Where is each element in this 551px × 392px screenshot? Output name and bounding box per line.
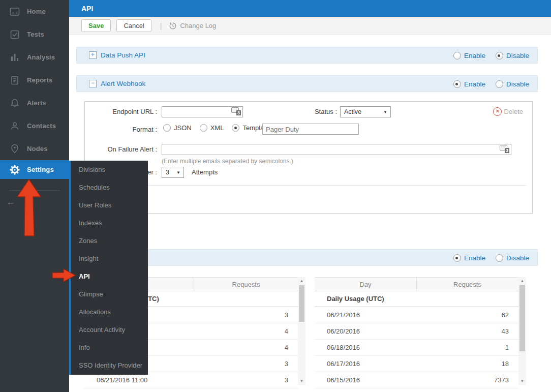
data-push-state-radios: Enable Disable [453,47,529,64]
template-name-input[interactable] [262,124,359,135]
sidebar-item-settings[interactable]: Settings [0,160,69,179]
requests-cell: 1 [408,344,518,351]
delete-icon: ✕ [493,107,502,116]
delete-label: Delete [504,108,523,115]
disable-label: Disable [506,52,529,59]
daily-table-scrollbar[interactable]: ▲ ▼ [518,277,526,385]
requests-cell: 4 [178,344,298,351]
contacts-icon [9,121,20,131]
reports-icon [9,75,20,85]
api-usage-disable-radio[interactable]: Disable [496,254,529,262]
data-push-enable-radio[interactable]: Enable [453,52,485,59]
requests-cell: 18 [408,360,518,368]
sidebar-item-reports[interactable]: Reports [0,69,69,92]
submenu-item-account-activity[interactable]: Account Activity [71,321,148,339]
alert-webhook-disable-radio[interactable]: Disable [496,80,529,88]
sidebar-divider [9,190,60,191]
failure-alert-hint: (Enter multiple emails separated by semi… [162,158,293,165]
section-title: Data Push API [101,51,145,59]
disable-label: Disable [506,80,529,88]
submenu-item-insight[interactable]: Insight [71,250,148,267]
column-requests[interactable]: Requests [417,278,518,291]
submenu-item-api[interactable]: API [71,267,148,285]
submenu-item-allocations[interactable]: Allocations [71,303,148,321]
tests-icon [9,29,20,40]
sidebar-item-label: Contacts [27,122,56,130]
radio-icon [232,124,239,132]
submenu-item-zones[interactable]: Zones [71,232,148,250]
change-log-button[interactable]: Change Log [169,22,216,30]
format-radio-xml[interactable]: XML [200,124,224,132]
retry-attempts-select[interactable]: 3 ▼ [162,167,184,178]
sidebar: HomeTestsAnalysisReportsAlertsContactsNo… [0,0,69,392]
sidebar-collapse-arrow[interactable]: ← [6,197,15,206]
table-body: 06/21/20166206/20/20164306/18/2016106/17… [315,307,526,388]
column-requests[interactable]: Requests [194,278,298,291]
table-row: 06/21/201662 [315,307,518,323]
status-select[interactable]: Active ▼ [340,106,391,117]
requests-cell: 3 [178,311,298,319]
table-header: Day Requests [315,277,526,291]
requests-cell: 4 [178,327,298,335]
sidebar-item-tests[interactable]: Tests [0,23,69,46]
scroll-thumb[interactable] [519,285,525,351]
collapse-icon[interactable]: − [89,80,97,87]
format-radio-group: JSONXMLTemplate [163,124,269,132]
scroll-thumb[interactable] [299,285,304,322]
settings-submenu: DivisionsSchedulesUser RolesIndexesZones… [69,161,148,375]
day-cell: 06/15/2016 [315,376,408,384]
scroll-up-icon[interactable]: ▲ [298,279,305,283]
alerts-icon [9,98,20,108]
sidebar-item-alerts[interactable]: Alerts [0,92,69,114]
table-row: 06/15/20167373 [315,372,518,388]
enable-label: Enable [464,80,485,88]
scroll-down-icon[interactable]: ▼ [298,379,305,383]
sidebar-item-nodes[interactable]: Nodes [0,137,69,160]
day-cell: 06/21/2016 11:00 [84,376,178,384]
endpoint-url-input[interactable] [162,106,243,117]
submenu-item-schedules[interactable]: Schedules [71,178,148,196]
sidebar-item-label: Settings [27,166,54,173]
format-radio-json[interactable]: JSON [163,124,192,132]
macro-variables-icon[interactable]: ··· 3 [500,145,509,153]
on-failure-alert-input[interactable] [162,144,511,155]
table-row: 06/18/20161 [315,340,518,356]
sidebar-item-analysis[interactable]: Analysis [0,46,69,69]
submenu-item-glimpse[interactable]: Glimpse [71,285,148,303]
page-titlebar: API [69,0,551,17]
column-day[interactable]: Day [315,278,417,291]
data-push-disable-radio[interactable]: Disable [496,52,529,59]
sidebar-item-contacts[interactable]: Contacts [0,114,69,137]
sidebar-item-label: Analysis [27,53,55,61]
section-data-push: + Data Push API Enable Disable [76,47,538,64]
submenu-item-indexes[interactable]: Indexes [71,214,148,232]
analysis-icon [9,52,20,63]
toolbar-separator: | [160,22,162,30]
dropdown-arrow-icon: ▼ [176,170,180,175]
submenu-item-info[interactable]: Info [71,339,148,356]
sidebar-item-home[interactable]: Home [0,0,69,23]
save-button[interactable]: Save [81,19,111,32]
alert-webhook-enable-radio[interactable]: Enable [453,80,485,88]
alert-webhook-state-radios: Enable Disable [453,76,529,93]
scroll-up-icon[interactable]: ▲ [518,279,526,283]
submenu-item-user-roles[interactable]: User Roles [71,196,148,214]
disable-label: Disable [506,254,529,262]
radio-icon [453,254,461,262]
delete-button[interactable]: ✕ Delete [493,107,523,116]
cancel-button[interactable]: Cancel [116,19,151,32]
radio-icon [496,254,503,262]
enable-label: Enable [464,52,485,59]
submenu-item-sso-identity-provider[interactable]: SSO Identity Provider [71,356,148,374]
scroll-down-icon[interactable]: ▼ [518,379,526,383]
sidebar-item-label: Home [27,8,46,15]
expand-icon[interactable]: + [89,51,97,59]
macro-variables-icon[interactable]: ··· 3 [231,107,241,115]
webhook-panel: Endpoint URL : ··· 3 Status : Active ▼ ✕… [84,101,533,214]
api-usage-enable-radio[interactable]: Enable [453,254,485,262]
submenu-item-divisions[interactable]: Divisions [71,161,148,178]
day-cell: 06/20/2016 [315,327,408,335]
retry-value: 3 [166,169,169,176]
hourly-table-scrollbar[interactable]: ▲ ▼ [298,277,305,385]
radio-icon [200,124,207,132]
